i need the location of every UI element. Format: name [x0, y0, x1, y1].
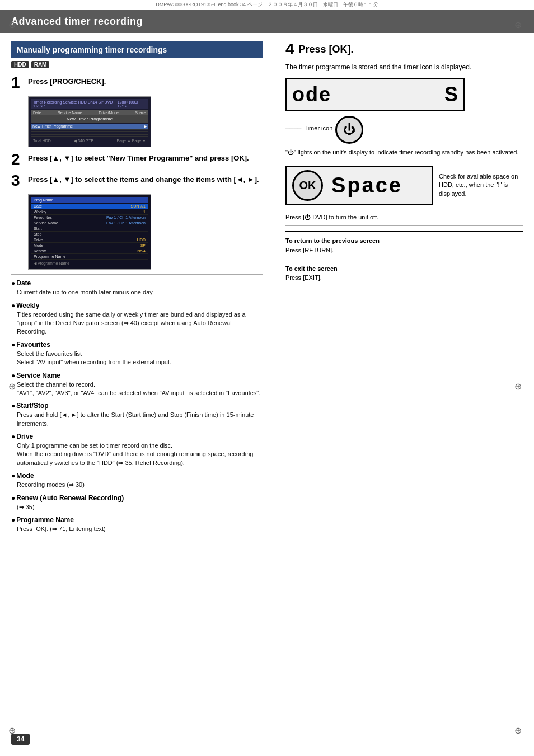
- ui-screenshot-1-header: Timer Recording Service: HDD Ch14 SP DVD…: [31, 99, 148, 109]
- bullet-startstop-title: Start/Stop: [11, 402, 263, 410]
- space-display-row: OK Space Check for available space on HD…: [285, 161, 523, 209]
- bullet-mode-title: Mode: [11, 472, 263, 480]
- badge-hdd: HDD: [11, 61, 29, 68]
- corner-mark-mid-r: ⊕: [514, 381, 526, 392]
- ui-row-4: [31, 135, 148, 137]
- ui2-label-mode: Mode: [34, 243, 44, 247]
- ui-row-new: New Timer Programme ▶: [31, 124, 148, 130]
- step-2: 2 Press [▲, ▼] to select "New Timer Prog…: [11, 152, 263, 167]
- step-4-text: Press [OK].: [299, 41, 354, 55]
- nav-return-label: To return to the previous screen: [285, 237, 380, 244]
- ui2-prog-name-header: Prog Name: [31, 197, 148, 203]
- page-number: 34: [11, 734, 30, 745]
- ui2-field-start: Start: [31, 226, 148, 232]
- right-column: 4 Press [OK]. The timer programme is sto…: [274, 33, 534, 546]
- divider-2: [285, 225, 523, 226]
- page-title: Advanced timer recording: [0, 10, 534, 33]
- ui2-val-service: Fav 1 / Ch 1 Afternoon: [106, 221, 146, 225]
- step-4-number: 4: [285, 41, 294, 57]
- space-text: Space: [323, 173, 402, 198]
- bullet-weekly: Weekly Titles recorded using the same da…: [11, 302, 263, 336]
- ui-footer-left: Total HDD: [33, 139, 51, 143]
- bullet-favourites: Favourites Select the favourites list Se…: [11, 341, 263, 367]
- ui-header-left: Timer Recording Service: HDD Ch14 SP DVD…: [33, 100, 118, 108]
- step-3-text: Press [▲, ▼] to select the items and cha…: [28, 173, 259, 185]
- bullet-drive-title: Drive: [11, 433, 263, 440]
- bullet-progname-title: Programme Name: [11, 516, 263, 524]
- ui2-label-drive: Drive: [34, 238, 43, 242]
- bullet-startstop-body: Press and hold [◄, ►] to alter the Start…: [17, 411, 263, 428]
- bullet-service-title: Service Name: [11, 372, 263, 379]
- ui2-val-favourites: Fav 1 / Ch 1 Afternoon: [106, 215, 146, 219]
- menu-drive: Drive/Mode: [99, 111, 119, 115]
- ui-footer-right: Page ▲ Page ▼: [117, 139, 146, 143]
- timer-icon-row: Timer icon ⏻: [285, 116, 523, 144]
- bullet-drive: Drive Only 1 programme can be set to tim…: [11, 433, 263, 467]
- ui2-label-date: Date: [34, 204, 42, 208]
- step-1-number: 1: [11, 75, 24, 91]
- ui2-val-renew: No/4: [137, 249, 146, 253]
- bullet-weekly-title: Weekly: [11, 302, 263, 309]
- space-note: Check for available space on HDD, etc., …: [439, 172, 523, 198]
- badge-ram: RAM: [31, 61, 50, 68]
- step-3: 3 Press [▲, ▼] to select the items and c…: [11, 173, 263, 189]
- corner-mark-tl: ⊕: [8, 20, 20, 31]
- badges-container: HDD RAM: [11, 61, 263, 68]
- menu-date: Date: [33, 111, 41, 115]
- menu-service: Service Name: [58, 111, 82, 115]
- bullet-service: Service Name Select the channel to recor…: [11, 372, 263, 398]
- step-1-text: Press [PROG/CHECK].: [28, 75, 106, 87]
- bullet-renew-body: (➡ 35): [17, 503, 263, 511]
- bullet-drive-body: Only 1 programme can be set to timer rec…: [17, 442, 263, 467]
- step-3-number: 3: [11, 173, 24, 189]
- corner-mark-br: ⊕: [514, 725, 526, 736]
- ui2-field-favourites: Favourites Fav 1 / Ch 1 Afternoon: [31, 215, 148, 220]
- dvd-note: Press [⏻ DVD] to turn the unit off.: [285, 214, 523, 220]
- bullet-date-body: Current date up to one month later minus…: [17, 288, 263, 297]
- bullet-date-title: Date: [11, 279, 263, 287]
- ui-menu-bar: Date Service Name Drive/Mode Space: [31, 110, 148, 115]
- bullet-progname-body: Press [OK]. (➡ 71, Entering text): [17, 525, 263, 533]
- step-2-number: 2: [11, 152, 24, 167]
- timer-icon-label: Timer icon: [285, 125, 332, 132]
- bullet-progname: Programme Name Press [OK]. (➡ 71, Enteri…: [11, 516, 263, 533]
- bullet-startstop: Start/Stop Press and hold [◄, ►] to alte…: [11, 402, 263, 428]
- ui2-val-mode: SP: [140, 243, 146, 247]
- ui2-field-date: Date SUN 7/1: [31, 204, 148, 209]
- bullets-container: Date Current date up to one month later …: [11, 279, 263, 533]
- space-display-box: OK Space: [285, 166, 433, 205]
- ui2-field-drive: Drive HDD: [31, 237, 148, 243]
- ui2-label-weekly: Weekly: [34, 210, 46, 214]
- bullet-favourites-body: Select the favourites list Select "AV in…: [17, 350, 263, 367]
- ui-row-new-arrow: ▶: [144, 124, 147, 129]
- ui2-footer-text: ◀ Programme Name: [34, 261, 69, 265]
- bullet-mode-body: Recording modes (➡ 30): [17, 481, 263, 489]
- ui-header-right: 1280×1080i 12:12: [118, 100, 146, 108]
- ui-screenshot-1: Timer Recording Service: HDD Ch14 SP DVD…: [28, 96, 151, 147]
- page-meta: DMPAV300GX-RQT9135-I_eng.book 34 ページ ２００…: [0, 0, 534, 10]
- ui2-label-renew: Renew: [34, 249, 46, 253]
- ui2-label-favourites: Favourites: [34, 215, 52, 219]
- standby-note: "⏻" lights on the unit's display to indi…: [285, 148, 523, 157]
- step-1: 1 Press [PROG/CHECK].: [11, 75, 263, 91]
- ui-footer: Total HDD ◀ 340 GTB Page ▲ Page ▼: [31, 138, 148, 144]
- nav-notes: To return to the previous screen Press […: [285, 231, 523, 283]
- ui2-val-drive: HDD: [137, 238, 146, 242]
- bullet-mode: Mode Recording modes (➡ 30): [11, 472, 263, 489]
- bullet-date: Date Current date up to one month later …: [11, 279, 263, 297]
- ok-button-display: OK: [292, 170, 323, 201]
- display-s-text: S: [444, 83, 458, 106]
- bullet-renew-title: Renew (Auto Renewal Recording): [11, 494, 263, 502]
- ui-row-new-label: New Timer Programme: [32, 124, 73, 129]
- corner-mark-mid-l: ⊕: [8, 381, 20, 392]
- ui2-field-mode: Mode SP: [31, 243, 148, 248]
- ui2-label-progname: Programme Name: [34, 255, 65, 259]
- corner-mark-tr: ⊕: [514, 20, 526, 31]
- ui2-label-stop: Stop: [34, 232, 41, 236]
- ui2-label-service: Service Name: [34, 221, 58, 225]
- nav-return: To return to the previous screen Press […: [285, 236, 523, 255]
- ui2-label-start: Start: [34, 227, 42, 231]
- step-4: 4 Press [OK].: [285, 41, 523, 57]
- ui2-val-weekly: 1: [143, 210, 146, 214]
- bullet-service-body: Select the channel to record. "AV1", "AV…: [17, 381, 263, 398]
